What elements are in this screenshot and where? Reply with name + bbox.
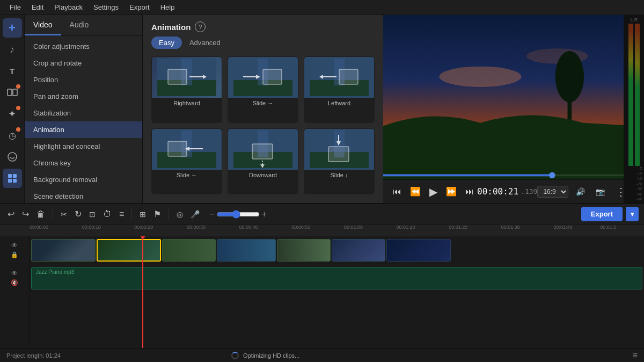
- clock-button[interactable]: ◷: [3, 126, 22, 145]
- crop-button[interactable]: ⊡: [87, 208, 98, 221]
- menu-file[interactable]: File: [4, 2, 26, 12]
- video-clip-7[interactable]: [386, 239, 451, 262]
- menu-edit[interactable]: Edit: [26, 2, 49, 12]
- menu-playback[interactable]: Playback: [49, 2, 88, 12]
- help-button[interactable]: ?: [195, 21, 206, 32]
- tab-video[interactable]: Video: [25, 15, 61, 35]
- preview-right-controls: 16:9 4:3 1:1 9:16 🔊 📷 ⋮: [537, 183, 629, 200]
- lr-label: L R: [631, 17, 638, 23]
- svg-rect-4: [13, 174, 17, 178]
- menu-background-removal[interactable]: Background removal: [25, 171, 142, 188]
- levels-button[interactable]: ≡: [117, 207, 126, 221]
- menu-highlight-conceal[interactable]: Highlight and conceal: [25, 138, 142, 155]
- text-button[interactable]: T: [3, 61, 22, 81]
- fit-button[interactable]: ⊞: [137, 208, 148, 221]
- prev-frame-button[interactable]: ⏪: [407, 184, 424, 199]
- video-clip-6[interactable]: [332, 239, 385, 262]
- sub-tab-easy[interactable]: Easy: [151, 37, 182, 49]
- vu-left-bar: [628, 24, 633, 166]
- add-media-button[interactable]: +: [3, 18, 22, 38]
- menu-scene-detection[interactable]: Scene detection: [25, 188, 142, 203]
- video-clip-2-selected[interactable]: [97, 239, 161, 262]
- apps-button[interactable]: [3, 169, 22, 188]
- playhead: [142, 236, 143, 348]
- svg-rect-10: [168, 69, 187, 84]
- effects-button[interactable]: ✦: [3, 104, 22, 124]
- transitions-button[interactable]: [3, 83, 22, 102]
- svg-rect-18: [263, 69, 282, 84]
- screenshot-button[interactable]: 📷: [592, 185, 608, 198]
- menu-pan-zoom[interactable]: Pan and zoom: [25, 88, 142, 105]
- audio-eye-icon[interactable]: 👁: [11, 270, 18, 277]
- eye-icon[interactable]: 👁: [11, 242, 18, 249]
- svg-rect-0: [8, 89, 12, 96]
- aspect-ratio-select[interactable]: 16:9 4:3 1:1 9:16: [537, 186, 568, 198]
- sticker-button[interactable]: [3, 147, 22, 166]
- timer-button[interactable]: ⏱: [101, 207, 114, 221]
- menu-color-adjustments[interactable]: Color adjustments: [25, 38, 142, 55]
- zoom-slider[interactable]: [217, 210, 260, 219]
- card-label-downward: Downward: [228, 170, 298, 182]
- animation-card-slide-down[interactable]: Slide ↓: [304, 128, 375, 195]
- next-frame-button[interactable]: ⏩: [443, 184, 460, 199]
- video-clip-5[interactable]: [277, 239, 331, 262]
- audio-track-content[interactable]: Jazz Piano.mp3 var bars = "";: [30, 264, 644, 292]
- ruler-tick-4: 00:00:40: [239, 225, 258, 230]
- list-view-button[interactable]: ≡: [633, 351, 638, 360]
- video-clip-3[interactable]: [162, 239, 216, 262]
- menu-settings[interactable]: Settings: [88, 2, 124, 12]
- menu-stabilization[interactable]: Stabilization: [25, 105, 142, 121]
- video-clip-1[interactable]: [31, 239, 96, 262]
- time-ms: .139: [521, 187, 537, 196]
- menu-export[interactable]: Export: [124, 2, 155, 12]
- rotate-button[interactable]: ↻: [72, 207, 84, 221]
- project-length: Project length: 01:24: [6, 352, 61, 359]
- card-label-slide-down: Slide ↓: [304, 170, 374, 182]
- card-label-slide-right: Slide →: [228, 98, 298, 110]
- export-dropdown-button[interactable]: ▾: [626, 207, 639, 221]
- cut-button[interactable]: ✂: [58, 208, 69, 221]
- svg-rect-28: [168, 141, 187, 156]
- svg-point-51: [549, 172, 555, 178]
- animation-card-downward[interactable]: Downward: [228, 128, 298, 195]
- mic-button[interactable]: 🎤: [188, 208, 202, 221]
- menu-position[interactable]: Position: [25, 71, 142, 88]
- video-clip-4[interactable]: [217, 239, 276, 262]
- left-sidebar: + ♪ T ✦ ◷: [0, 15, 25, 203]
- sub-tab-advanced[interactable]: Advanced: [182, 37, 228, 49]
- toolbar-divider-2: [131, 209, 132, 220]
- preview-video: [383, 15, 624, 179]
- skip-start-button[interactable]: ⏮: [390, 185, 405, 199]
- card-label-slide-left: Slide ←: [152, 170, 222, 182]
- export-button[interactable]: Export: [581, 207, 623, 221]
- play-button[interactable]: ▶: [426, 183, 441, 200]
- music-button[interactable]: ♪: [3, 40, 22, 59]
- zoom-out-icon[interactable]: −: [209, 209, 214, 219]
- undo-button[interactable]: ↩: [5, 207, 17, 221]
- animation-card-slide-left[interactable]: Slide ←: [151, 128, 222, 195]
- menu-crop-rotate[interactable]: Crop and rotate: [25, 55, 142, 71]
- menu-help[interactable]: Help: [155, 2, 180, 12]
- animation-card-rightward[interactable]: Rightward: [151, 56, 222, 123]
- audio-clip-label: Jazz Piano.mp3: [36, 269, 74, 275]
- video-track-content[interactable]: [30, 236, 644, 264]
- volume-button[interactable]: 🔊: [573, 185, 588, 198]
- skip-end-button[interactable]: ⏭: [462, 185, 477, 199]
- timeline-ruler: 00:00:00 00:00:10 00:00:20 00:00:30 00:0…: [0, 225, 644, 236]
- audio-clip[interactable]: Jazz Piano.mp3 var bars = "";: [31, 267, 642, 289]
- menu-chroma-key[interactable]: Chroma key: [25, 155, 142, 171]
- animation-card-leftward[interactable]: Leftward: [304, 56, 375, 123]
- lock-icon[interactable]: 🔒: [11, 251, 18, 258]
- circle-button[interactable]: ◎: [174, 208, 185, 221]
- flag-button[interactable]: ⚑: [151, 207, 163, 221]
- tab-audio[interactable]: Audio: [61, 15, 98, 35]
- zoom-in-icon[interactable]: +: [262, 209, 267, 219]
- panel-menu: Color adjustments Crop and rotate Positi…: [25, 36, 142, 203]
- audio-mute-icon[interactable]: 🔇: [11, 279, 18, 286]
- svg-point-44: [439, 67, 521, 87]
- animation-panel: Animation ? Easy Advanced: [143, 15, 383, 203]
- animation-card-slide-right[interactable]: Slide →: [228, 56, 298, 123]
- redo-button[interactable]: ↪: [20, 207, 31, 221]
- menu-animation[interactable]: Animation: [25, 121, 142, 138]
- delete-button[interactable]: 🗑: [34, 207, 47, 221]
